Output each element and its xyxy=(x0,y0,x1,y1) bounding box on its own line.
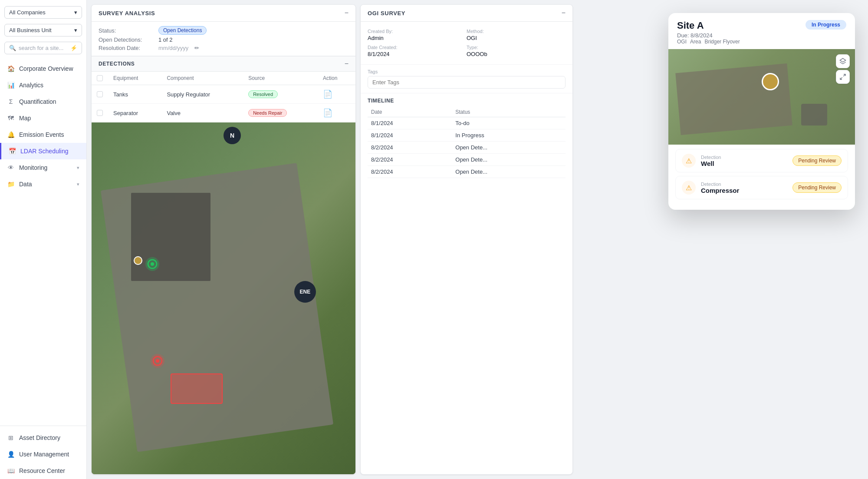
popup-map[interactable] xyxy=(668,49,855,145)
tags-label: Tags xyxy=(368,69,566,74)
timeline-row: 8/1/2024 In Progress xyxy=(368,129,566,142)
timeline-status-cell: Open Dete... xyxy=(452,142,566,154)
sidebar-item-label: LDAR Scheduling xyxy=(20,148,69,155)
bell-icon: 🔔 xyxy=(7,131,15,139)
detection-type: Detection xyxy=(701,155,792,160)
row-checkbox[interactable] xyxy=(97,110,103,116)
business-unit-dropdown-label: All Business Unit xyxy=(9,27,52,33)
detection-info: Detection Well xyxy=(701,155,792,167)
sidebar-item-resource-center[interactable]: 📖 Resource Center xyxy=(0,462,86,479)
ogi-meta-grid: Created By: Admin Method: OGI Date Creat… xyxy=(361,22,572,65)
component-value: Valve xyxy=(167,110,181,116)
timeline-row: 8/2/2024 Open Dete... xyxy=(368,166,566,178)
svg-marker-6 xyxy=(840,58,845,62)
survey-map[interactable]: N ENE xyxy=(92,122,355,474)
site-search-bar[interactable]: 🔍 search for a site... ⚡ xyxy=(4,42,82,54)
svg-point-2 xyxy=(151,262,154,266)
sidebar-item-corporate-overview[interactable]: 🏠 Corporate Overview xyxy=(0,60,86,77)
sidebar-item-asset-directory[interactable]: ⊞ Asset Directory xyxy=(0,429,86,446)
svg-point-5 xyxy=(156,359,159,363)
ogi-panel-collapse-button[interactable]: − xyxy=(562,9,566,17)
document-icon[interactable]: 📄 xyxy=(323,109,332,117)
row-checkbox-cell xyxy=(92,104,108,122)
red-marker[interactable] xyxy=(150,353,165,369)
chevron-down-icon: ▾ xyxy=(74,9,77,16)
open-detections-value: 1 of 2 xyxy=(158,36,173,43)
edit-icon[interactable]: ✏ xyxy=(194,45,199,51)
timeline-date-cell: 8/1/2024 xyxy=(368,129,452,142)
timeline-section: TIMELINE Date Status 8/1/2024 To-do 8/1/… xyxy=(361,93,572,182)
sidebar-item-analytics[interactable]: 📊 Analytics xyxy=(0,77,86,93)
sidebar-item-ldar-scheduling[interactable]: 📅 LDAR Scheduling xyxy=(0,143,86,159)
row-checkbox[interactable] xyxy=(97,91,103,97)
panel-collapse-button[interactable]: − xyxy=(345,9,349,17)
popup-map-equipment-1 xyxy=(762,73,779,90)
sidebar-item-label: Emission Events xyxy=(19,131,64,138)
detections-collapse-button[interactable]: − xyxy=(345,60,349,68)
compass-ene: ENE xyxy=(294,281,316,303)
source-cell: Resolved xyxy=(243,85,318,104)
date-created-label: Date Created: xyxy=(368,45,467,50)
aerial-view: N ENE xyxy=(92,122,355,474)
resolution-date-value: mm/dd/yyyy xyxy=(158,45,188,51)
popup-tags: OGI Area Bridger Flyover xyxy=(677,39,846,45)
date-created-item: Date Created: 8/1/2024 xyxy=(368,43,467,59)
sidebar-item-user-management[interactable]: 👤 User Management xyxy=(0,446,86,462)
tag-ogi: OGI xyxy=(677,39,687,45)
component-cell: Valve xyxy=(161,104,243,122)
expand-button[interactable] xyxy=(836,70,850,84)
chevron-down-icon: ▾ xyxy=(77,182,79,187)
detection-item-compressor[interactable]: ⚠ Detection Compressor Pending Review xyxy=(675,176,848,199)
source-badge: Needs Repair xyxy=(248,109,287,117)
equipment-cell: Separator xyxy=(108,104,161,122)
sidebar-item-label: Asset Directory xyxy=(19,434,60,441)
survey-panel-header: SURVEY ANALYSIS − xyxy=(92,5,355,22)
timeline-row: 8/2/2024 Open Dete... xyxy=(368,142,566,154)
type-item: Type: OOOOb xyxy=(467,43,566,59)
sidebar-item-map[interactable]: 🗺 Map xyxy=(0,110,86,126)
site-building xyxy=(131,193,210,281)
popup-site-info: Site A Due: 8/8/2024 xyxy=(677,20,713,39)
component-cell: Supply Regulator xyxy=(161,85,243,104)
source-badge: Resolved xyxy=(248,90,278,98)
select-all-checkbox[interactable] xyxy=(97,75,103,81)
created-by-label: Created By: xyxy=(368,29,467,34)
table-row: Tanks Supply Regulator Resolved 📄 xyxy=(92,85,355,104)
sidebar-item-quantification[interactable]: Σ Quantification xyxy=(0,93,86,110)
due-date: 8/8/2024 xyxy=(690,32,713,39)
sidebar-item-label: Monitoring xyxy=(19,164,47,171)
book-icon: 📖 xyxy=(7,467,15,475)
date-created-value: 8/1/2024 xyxy=(368,51,467,57)
col-header-action: Action xyxy=(318,72,355,85)
chevron-down-icon: ▾ xyxy=(77,165,79,171)
company-dropdown[interactable]: All Companies ▾ xyxy=(4,6,82,19)
sidebar-item-label: User Management xyxy=(19,451,69,458)
business-unit-dropdown[interactable]: All Business Unit ▾ xyxy=(4,24,82,36)
popup-map-equipment-2 xyxy=(801,104,827,126)
col-header-equipment: Equipment xyxy=(108,72,161,85)
popup-detections-list: ⚠ Detection Well Pending Review ⚠ Detect… xyxy=(668,145,855,210)
detection-item-well[interactable]: ⚠ Detection Well Pending Review xyxy=(675,149,848,172)
tags-input[interactable] xyxy=(368,76,566,89)
sidebar-item-data[interactable]: 📁 Data ▾ xyxy=(0,176,86,192)
sidebar-item-emission-events[interactable]: 🔔 Emission Events xyxy=(0,126,86,143)
open-detections-label: Open Detections: xyxy=(99,36,155,43)
method-value: OGI xyxy=(467,35,566,41)
alert-icon: ⚠ xyxy=(682,154,696,168)
survey-meta: Status: Open Detections Open Detections:… xyxy=(92,22,355,56)
sidebar-item-label: Data xyxy=(19,181,32,188)
sidebar: All Companies ▾ All Business Unit ▾ 🔍 se… xyxy=(0,0,87,479)
status-row: Status: Open Detections xyxy=(99,26,349,35)
table-row: Separator Valve Needs Repair 📄 xyxy=(92,104,355,122)
sidebar-item-label: Quantification xyxy=(19,98,56,105)
document-icon[interactable]: 📄 xyxy=(323,90,332,99)
detection-type: Detection xyxy=(701,182,792,187)
calendar-icon: 📅 xyxy=(8,147,16,155)
sidebar-item-monitoring[interactable]: 👁 Monitoring ▾ xyxy=(0,159,86,176)
timeline-date-cell: 8/2/2024 xyxy=(368,142,452,154)
layers-button[interactable] xyxy=(836,54,850,68)
svg-line-7 xyxy=(843,74,845,76)
green-marker[interactable] xyxy=(145,256,160,272)
compass-ene-label: ENE xyxy=(299,289,310,295)
map-icon: 🗺 xyxy=(7,114,15,122)
